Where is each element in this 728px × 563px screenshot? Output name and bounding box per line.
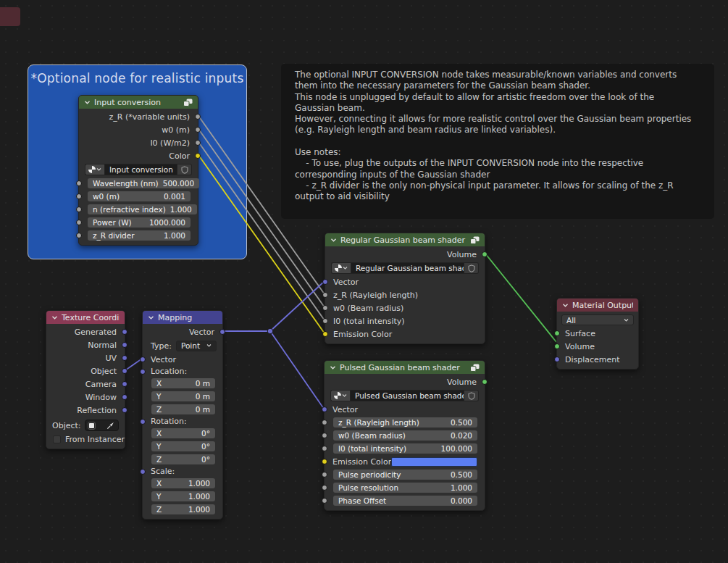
socket-displacement-input[interactable] <box>554 356 560 362</box>
power-slider[interactable]: Power (W)1000.000 <box>88 217 191 228</box>
socket-volume-output[interactable] <box>482 251 488 257</box>
socket-phase-offset-input[interactable] <box>322 498 327 504</box>
socket-emission-color-input[interactable] <box>322 459 327 464</box>
i0-slider[interactable]: I0 (total intensity)100.000 <box>333 443 477 454</box>
node-header[interactable]: Texture Coordinate <box>46 311 125 324</box>
socket-vector-input[interactable] <box>322 406 327 412</box>
eyedropper-icon[interactable] <box>106 422 114 430</box>
node-pulsed-gaussian-shader[interactable]: Pulsed Gaussian beam shader Volume Pulse… <box>324 360 485 511</box>
dropdown-value: All <box>566 316 576 325</box>
node-material-output[interactable]: Material Output All Surface Volume Displ… <box>556 298 639 370</box>
scale-z-slider[interactable]: Z1.000 <box>151 504 215 514</box>
socket-location-input[interactable] <box>140 369 146 375</box>
socket-normal-output[interactable] <box>122 342 127 348</box>
type-label: Type: <box>151 341 172 351</box>
socket-vector-input[interactable] <box>322 279 328 285</box>
input-row: w0 (Beam radius) <box>325 301 485 314</box>
collapse-chevron-icon[interactable] <box>148 315 154 320</box>
node-header[interactable]: Regular Gaussian beam shader <box>325 233 485 246</box>
socket-zr-divider-input[interactable] <box>76 233 82 238</box>
socket-pulse-periodicity-input[interactable] <box>322 472 327 477</box>
socket-scale-input[interactable] <box>140 469 146 475</box>
socket-zr-input[interactable] <box>322 420 327 425</box>
socket-w0-input[interactable] <box>76 193 82 199</box>
socket-window-output[interactable] <box>122 394 127 400</box>
fake-user-button[interactable] <box>464 262 479 274</box>
refractive-index-slider[interactable]: n (refractive index)1.000 <box>88 204 197 214</box>
from-instancer-checkbox[interactable] <box>53 435 61 443</box>
socket-w0-input[interactable] <box>322 433 327 438</box>
output-target-dropdown[interactable]: All <box>561 314 634 325</box>
socket-surface-input[interactable] <box>554 330 560 336</box>
w0-slider[interactable]: w0 (Beam radius)0.020 <box>333 430 477 441</box>
fake-user-button[interactable] <box>464 390 479 401</box>
socket-vector-input[interactable] <box>140 356 146 362</box>
axis-row: Z0° <box>143 453 222 466</box>
socket-color-output[interactable] <box>195 153 201 159</box>
location-z-slider[interactable]: Z0 m <box>151 404 215 414</box>
location-y-slider[interactable]: Y0 m <box>151 391 215 401</box>
node-header[interactable]: Input conversion <box>79 96 198 109</box>
phase-offset-slider[interactable]: Phase Offset0.000 <box>333 496 477 506</box>
socket-camera-output[interactable] <box>122 381 127 387</box>
collapse-chevron-icon[interactable] <box>562 303 569 308</box>
socket-i0-output[interactable] <box>195 140 201 146</box>
output-label: Reflection <box>77 406 117 415</box>
socket-reflection-output[interactable] <box>122 407 127 413</box>
socket-volume-output[interactable] <box>482 379 488 385</box>
socket-zr-input[interactable] <box>322 292 328 298</box>
socket-zr-output[interactable] <box>195 114 201 120</box>
socket-vector-output[interactable] <box>219 329 225 335</box>
object-picker-field[interactable] <box>85 420 119 431</box>
socket-volume-input[interactable] <box>554 343 560 349</box>
node-header[interactable]: Material Output <box>557 299 638 312</box>
rotation-x-slider[interactable]: X0° <box>151 428 215 438</box>
zr-slider[interactable]: z_R (Rayleigh length)0.500 <box>333 417 477 428</box>
scale-x-slider[interactable]: X1.000 <box>151 478 215 488</box>
wavelength-slider[interactable]: Wavelength (nm)500.000 <box>88 178 199 188</box>
node-texture-coordinate[interactable]: Texture Coordinate Generated Normal UV O… <box>46 310 125 449</box>
socket-wavelength-input[interactable] <box>76 180 82 186</box>
collapse-chevron-icon[interactable] <box>84 100 91 105</box>
material-preview-button[interactable] <box>330 390 350 401</box>
collapse-chevron-icon[interactable] <box>51 315 58 320</box>
location-x-slider[interactable]: X0 m <box>151 378 215 388</box>
group-name-field[interactable]: Input conversion <box>104 164 177 175</box>
pulse-periodicity-slider[interactable]: Pulse periodicity0.500 <box>333 470 477 480</box>
node-input-conversion[interactable]: Input conversion z_R (*variable units) w… <box>78 95 198 246</box>
emission-color-swatch[interactable] <box>391 457 477 467</box>
socket-power-input[interactable] <box>76 220 82 225</box>
link-color <box>198 155 325 333</box>
material-preview-button[interactable] <box>85 164 104 175</box>
node-header[interactable]: Mapping <box>143 311 222 324</box>
group-name-field[interactable]: Regular Gaussian beam shader <box>351 262 464 274</box>
node-editor-canvas[interactable]: *Optional node for realistic inputs The … <box>0 0 728 563</box>
node-header[interactable]: Pulsed Gaussian beam shader <box>325 361 485 374</box>
socket-rotation-input[interactable] <box>140 419 146 425</box>
material-preview-button[interactable] <box>331 262 351 274</box>
group-name-field[interactable]: Pulsed Gaussian beam shader <box>350 390 464 401</box>
socket-uv-output[interactable] <box>122 355 127 361</box>
socket-object-output[interactable] <box>122 368 127 374</box>
node-regular-gaussian-shader[interactable]: Regular Gaussian beam shader Volume Regu… <box>325 233 485 344</box>
param-value: 0.020 <box>451 431 472 440</box>
socket-emission-color-input[interactable] <box>322 331 328 337</box>
zr-divider-slider[interactable]: z_R divider1.000 <box>88 230 191 241</box>
type-dropdown[interactable]: Point <box>176 341 217 351</box>
node-mapping[interactable]: Mapping Vector Type: Point Vector Locati… <box>142 310 223 520</box>
socket-pulse-resolution-input[interactable] <box>322 485 327 491</box>
fake-user-button[interactable] <box>177 164 192 175</box>
w0-slider[interactable]: w0 (m)0.001 <box>88 191 191 201</box>
socket-n-input[interactable] <box>76 207 82 212</box>
rotation-z-slider[interactable]: Z0° <box>151 454 215 464</box>
socket-w0-input[interactable] <box>322 305 328 311</box>
socket-generated-output[interactable] <box>122 329 127 335</box>
collapse-chevron-icon[interactable] <box>330 365 336 370</box>
socket-i0-input[interactable] <box>322 446 327 451</box>
collapse-chevron-icon[interactable] <box>330 238 337 243</box>
pulse-resolution-slider[interactable]: Pulse resolution1.000 <box>333 483 477 493</box>
socket-i0-input[interactable] <box>322 318 328 324</box>
socket-w0-output[interactable] <box>195 127 201 133</box>
rotation-y-slider[interactable]: Y0° <box>151 441 215 451</box>
scale-y-slider[interactable]: Y1.000 <box>151 491 215 501</box>
